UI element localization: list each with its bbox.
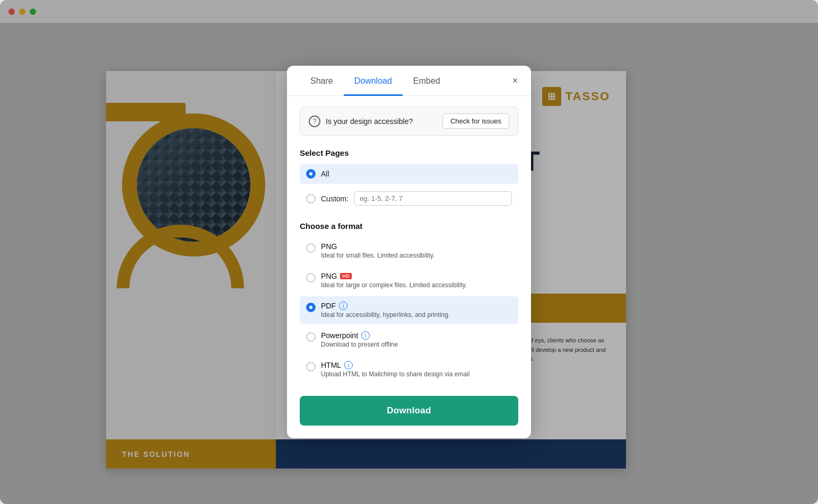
tab-share[interactable]: Share xyxy=(300,66,344,96)
format-pdf-option[interactable]: PDF i Ideal for accessibility, hyperlink… xyxy=(300,296,518,324)
format-powerpoint-desc: Download to present offline xyxy=(321,341,512,348)
format-html-radio[interactable] xyxy=(306,362,316,372)
pages-custom-input[interactable] xyxy=(354,191,512,206)
powerpoint-info-icon[interactable]: i xyxy=(361,331,370,340)
format-pdf-desc: Ideal for accessibility, hyperlinks, and… xyxy=(321,311,512,319)
tab-embed[interactable]: Embed xyxy=(403,66,451,96)
format-png-radio[interactable] xyxy=(306,243,316,253)
format-png-name: PNG xyxy=(321,242,512,251)
pages-section-title: Select Pages xyxy=(300,148,518,157)
format-html-desc: Upload HTML to Mailchimp to share design… xyxy=(321,370,512,378)
modal-body: ? Is your design accessible? Check for i… xyxy=(287,96,531,438)
format-pdf-name: PDF i xyxy=(321,302,512,310)
format-pdf-radio[interactable] xyxy=(306,303,316,312)
format-png-hd-radio[interactable] xyxy=(306,273,316,282)
accessibility-banner: ? Is your design accessible? Check for i… xyxy=(300,107,518,136)
format-pdf-info: PDF i Ideal for accessibility, hyperlink… xyxy=(321,302,512,319)
format-png-info: PNG Ideal for small files. Limited acces… xyxy=(321,242,512,259)
modal-overlay: Share Download Embed × ? Is your design … xyxy=(0,0,818,504)
app-background: ⊞ TASSO DUCT nts, 64% have expressed e a… xyxy=(0,0,818,504)
format-png-hd-name: PNG HD xyxy=(321,272,512,280)
download-button[interactable]: Download xyxy=(300,396,518,426)
format-html-option[interactable]: HTML i Upload HTML to Mailchimp to share… xyxy=(300,356,518,383)
format-powerpoint-radio[interactable] xyxy=(306,332,316,342)
modal-close-button[interactable]: × xyxy=(508,73,523,88)
pages-custom-option[interactable]: Custom: xyxy=(300,186,518,211)
pages-custom-radio[interactable] xyxy=(306,194,316,204)
modal-tabs: Share Download Embed × xyxy=(287,66,531,96)
format-html-info: HTML i Upload HTML to Mailchimp to share… xyxy=(321,361,512,378)
pages-custom-label: Custom: xyxy=(321,194,349,203)
accessibility-icon: ? xyxy=(309,116,320,127)
format-png-hd-option[interactable]: PNG HD Ideal for large or complex files.… xyxy=(300,267,518,294)
hd-badge: HD xyxy=(340,273,352,279)
format-section-title: Choose a format xyxy=(300,222,518,231)
format-powerpoint-option[interactable]: Powerpoint i Download to present offline xyxy=(300,326,518,353)
accessibility-text: Is your design accessible? xyxy=(326,117,437,126)
format-png-desc: Ideal for small files. Limited accessibi… xyxy=(321,252,512,259)
tab-download[interactable]: Download xyxy=(344,66,403,96)
pdf-info-icon[interactable]: i xyxy=(339,302,347,310)
pages-all-option[interactable]: All xyxy=(300,164,518,184)
pages-all-radio[interactable] xyxy=(306,169,316,179)
pages-all-label: All xyxy=(321,170,329,178)
check-issues-button[interactable]: Check for issues xyxy=(442,113,509,129)
format-png-hd-info: PNG HD Ideal for large or complex files.… xyxy=(321,272,512,289)
format-powerpoint-name: Powerpoint i xyxy=(321,331,512,340)
download-modal: Share Download Embed × ? Is your design … xyxy=(287,66,531,438)
format-section: Choose a format PNG Ideal for small file… xyxy=(300,222,518,383)
pages-section: Select Pages All Custom: xyxy=(300,148,518,211)
format-powerpoint-info: Powerpoint i Download to present offline xyxy=(321,331,512,348)
format-html-name: HTML i xyxy=(321,361,512,369)
html-info-icon[interactable]: i xyxy=(344,361,353,369)
format-png-hd-desc: Ideal for large or complex files. Limite… xyxy=(321,281,512,289)
format-png-option[interactable]: PNG Ideal for small files. Limited acces… xyxy=(300,237,518,264)
